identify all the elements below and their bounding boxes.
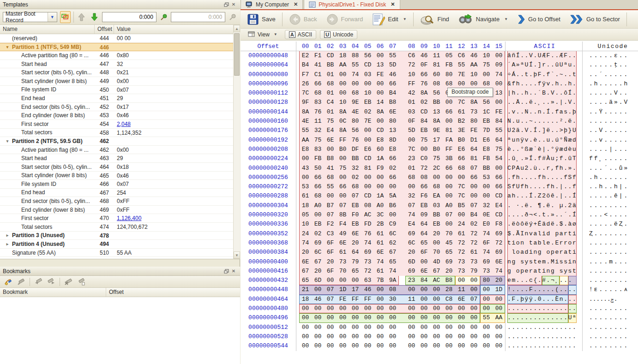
hex-byte[interactable]: 61: [374, 229, 386, 239]
hex-byte[interactable]: 74: [405, 210, 418, 220]
hex-byte[interactable]: 00: [312, 341, 324, 351]
scroll-down-icon[interactable]: ▼: [234, 251, 240, 259]
hex-byte[interactable]: 00: [430, 313, 443, 322]
hex-byte[interactable]: F4: [337, 220, 349, 229]
hex-byte[interactable]: 75: [312, 136, 324, 145]
hex-byte[interactable]: 01: [405, 98, 418, 107]
hex-byte[interactable]: 00: [405, 332, 418, 341]
hex-byte[interactable]: 76: [418, 79, 430, 89]
hex-byte[interactable]: 00: [443, 191, 455, 201]
hex-byte[interactable]: 07: [324, 295, 337, 304]
hex-byte[interactable]: 00: [374, 313, 386, 322]
hex-byte[interactable]: BB: [430, 210, 443, 220]
hex-byte[interactable]: 80: [386, 117, 399, 126]
hex-byte[interactable]: 00: [480, 182, 493, 191]
hex-byte[interactable]: FF: [443, 145, 455, 154]
hex-byte[interactable]: 00: [468, 191, 480, 201]
hex-byte[interactable]: 00: [443, 313, 455, 322]
hex-byte[interactable]: 8A: [418, 89, 430, 98]
hex-byte[interactable]: EB: [361, 98, 374, 107]
hex-byte[interactable]: 00: [349, 323, 361, 332]
hex-byte[interactable]: 00: [480, 304, 493, 313]
hex-byte[interactable]: 13: [430, 107, 443, 117]
template-row[interactable]: Start sector (bits 0-5), cylin...4480x21: [0, 68, 233, 77]
hex-byte[interactable]: 66: [312, 173, 324, 182]
hex-byte[interactable]: B4: [386, 89, 399, 98]
hex-byte[interactable]: 00: [312, 323, 324, 332]
ascii-segment-boot[interactable]: loading operati: [507, 248, 577, 257]
hex-byte[interactable]: 00: [337, 341, 349, 351]
hex-byte[interactable]: D1: [468, 136, 480, 145]
hex-byte[interactable]: 00: [361, 341, 374, 351]
unicode-text[interactable]: Ȥ.......: [583, 229, 637, 239]
hex-byte[interactable]: 61: [455, 107, 468, 117]
hex-byte[interactable]: 00: [480, 285, 493, 294]
hex-byte[interactable]: 61: [299, 191, 312, 201]
hex-byte[interactable]: 8B: [337, 210, 349, 220]
hex-byte[interactable]: BB: [324, 60, 337, 70]
unicode-text[interactable]: .....ê|.: [583, 191, 637, 201]
hex-byte[interactable]: 69: [480, 257, 493, 267]
hex-byte[interactable]: 81: [468, 154, 480, 163]
unicode-text[interactable]: ........: [583, 332, 637, 341]
delete-all-bookmarks-icon[interactable]: [77, 278, 86, 286]
hex-byte[interactable]: 7D: [480, 126, 493, 135]
hex-byte[interactable]: CD: [493, 210, 505, 220]
hex-byte[interactable]: 7B: [374, 276, 386, 285]
hex-byte[interactable]: 00: [337, 191, 349, 201]
hex-byte[interactable]: 00: [443, 182, 455, 191]
template-row[interactable]: End cylinder (lower 8 bits)4690xFF: [0, 206, 233, 215]
hex-byte[interactable]: 65: [418, 239, 430, 248]
hex-byte[interactable]: 00: [430, 239, 443, 248]
hex-byte[interactable]: 07: [324, 210, 337, 220]
hex-byte[interactable]: 65: [443, 248, 455, 257]
hex-byte[interactable]: EB: [480, 117, 493, 126]
hex-byte[interactable]: FB: [480, 154, 493, 163]
hex-byte[interactable]: 00: [480, 323, 493, 332]
ascii-segment-boot[interactable]: CPAu2.ù..r,fh.».: [507, 164, 577, 173]
unicode-text[interactable]: ..v.....: [583, 136, 637, 145]
hex-byte[interactable]: 03: [361, 70, 374, 79]
unicode-text[interactable]: ........: [583, 304, 637, 313]
hex-byte[interactable]: 07: [324, 285, 337, 294]
hex-byte[interactable]: B6: [386, 201, 399, 210]
template-row[interactable]: End sector (bits 0-5), cylin...4680xFF: [0, 197, 233, 206]
hex-byte[interactable]: 55: [324, 182, 337, 191]
hex-byte[interactable]: 00: [299, 304, 312, 313]
hex-byte[interactable]: 81: [443, 126, 455, 135]
unicode-text[interactable]: ........: [583, 248, 637, 257]
hex-byte[interactable]: 00: [468, 341, 480, 351]
hex-byte[interactable]: 00: [480, 191, 493, 201]
hex-byte[interactable]: 00: [443, 341, 455, 351]
next-bookmark-icon[interactable]: [47, 278, 56, 286]
hex-byte[interactable]: 00: [386, 341, 399, 351]
ascii-segment-boot[interactable]: $.ÃInvalid parti: [507, 229, 577, 239]
hex-byte[interactable]: 73: [480, 267, 493, 276]
hex-byte[interactable]: 56: [480, 98, 493, 107]
hex-byte[interactable]: 72: [455, 248, 468, 257]
hex-byte[interactable]: 1A: [374, 154, 386, 163]
hex-byte[interactable]: 68: [455, 164, 468, 173]
unicode-text[interactable]: ...´..ů»: [583, 164, 637, 173]
hex-byte[interactable]: FB: [312, 154, 324, 163]
hex-byte[interactable]: 24: [455, 220, 468, 229]
hex-byte[interactable]: 20: [443, 267, 455, 276]
ascii-segment-boot[interactable]: U2ä.V.Í.]ë..>þ}U: [507, 126, 577, 135]
hex-byte[interactable]: 6E: [299, 257, 312, 267]
hex-byte[interactable]: 00: [405, 313, 418, 322]
hex-byte[interactable]: 80: [480, 276, 493, 285]
unicode-text[interactable]: ........: [583, 239, 637, 248]
hex-byte[interactable]: 00: [374, 332, 386, 341]
hex-byte[interactable]: 66: [418, 182, 430, 191]
ascii-segment-p4[interactable]: ..: [568, 304, 577, 313]
hex-byte[interactable]: 00: [405, 341, 418, 351]
hex-byte[interactable]: 00: [374, 89, 386, 98]
hex-byte[interactable]: 67: [386, 248, 399, 257]
hex-byte[interactable]: 55: [480, 313, 493, 322]
hex-byte[interactable]: 73: [468, 107, 480, 117]
unicode-text[interactable]: ........: [583, 117, 637, 126]
template-row[interactable]: (reserved)44400 00: [0, 34, 233, 43]
hex-byte[interactable]: 00: [324, 191, 337, 201]
hex-byte[interactable]: 55: [349, 60, 361, 70]
hex-byte[interactable]: 00: [405, 182, 418, 191]
